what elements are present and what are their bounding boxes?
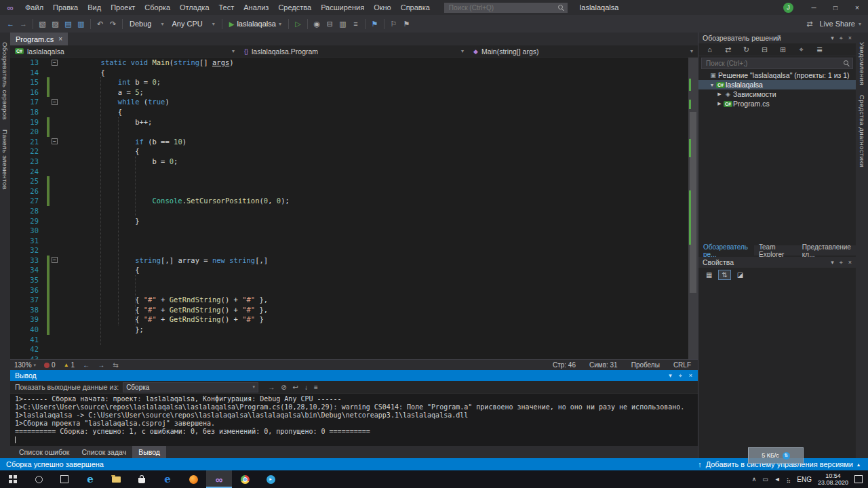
autoscroll-icon[interactable]: ↓ [304,384,308,391]
code-line-22[interactable]: 22 { [10,146,688,157]
quick-search-input[interactable] [448,3,558,12]
build-icon[interactable]: ⊟ [323,20,336,28]
chevron-collapsed-icon[interactable]: ▶ [716,92,723,97]
prev-bookmark-icon[interactable]: ⚐ [387,20,400,28]
editor-scrollbar[interactable] [688,58,698,359]
line-number[interactable]: 31 [10,236,47,246]
code-line-28[interactable]: 28 [10,206,688,216]
line-number[interactable]: 16 [10,87,47,98]
breadcrumb-segment-2[interactable]: ◆Main(string[] args)▾ [469,45,698,57]
navigate-forward-icon[interactable]: → [94,361,108,369]
code-line-37[interactable]: 37 { "#" + GetRndString() + "#" }, [10,295,688,305]
close-icon[interactable]: × [848,259,852,266]
code-line-30[interactable]: 30 [10,226,688,236]
code-area[interactable]: 13− static void Main(string[] args)14 {1… [10,58,688,359]
code-line-39[interactable]: 39 { "#" + GetRndString() + "#" } [10,314,688,325]
code-line-14[interactable]: 14 { [10,68,688,78]
pin-icon[interactable]: ⌖ [679,372,682,380]
menu-item-7[interactable]: Анализ [239,0,273,15]
fold-column[interactable]: − [50,137,60,147]
columns-icon[interactable]: ▥ [336,20,349,28]
menu-item-9[interactable]: Расширения [316,0,369,15]
fold-marker-icon[interactable]: − [52,257,58,263]
code-line-15[interactable]: 15 int b = 0; [10,77,688,87]
taskbar-icon-firefox[interactable] [180,470,206,488]
collapse-all-icon[interactable]: ⊟ [758,45,771,54]
code-line-43[interactable]: 43 [10,354,688,359]
code-line-16[interactable]: 16 a = 5; [10,87,688,98]
code-line-20[interactable]: 20 [10,127,688,137]
fold-marker-icon[interactable]: − [52,138,58,144]
code-line-18[interactable]: 18 { [10,107,688,117]
code-line-32[interactable]: 32 [10,245,688,256]
column-indicator[interactable]: Симв: 31 [583,361,625,369]
code-line-13[interactable]: 13− static void Main(string[] args) [10,58,688,68]
line-number[interactable]: 32 [10,245,47,256]
new-project-icon[interactable]: ▧ [36,20,49,28]
properties-header[interactable]: Свойства ▾⌖× [698,257,856,268]
line-number[interactable]: 23 [10,157,47,167]
save-all-icon[interactable]: ▥ [75,20,87,28]
window-menu-icon[interactable]: ▾ [831,259,834,266]
solution-explorer-header[interactable]: Обозреватель решений ▾⌖× [698,33,856,43]
redo-icon[interactable]: ↷ [106,20,119,28]
chevron-expanded-icon[interactable]: ▼ [709,83,715,87]
line-number[interactable]: 36 [10,285,47,296]
options-icon[interactable]: ≡ [314,384,318,391]
line-number[interactable]: 25 [10,176,47,186]
tab-program-cs[interactable]: Program.cs × [10,33,68,45]
line-number[interactable]: 22 [10,146,47,157]
explorer-tab-1[interactable]: Team Explorer [754,245,797,256]
menu-item-3[interactable]: Проект [106,0,140,15]
line-number[interactable]: 20 [10,127,47,137]
right-strip-tab-1[interactable]: Средства диагностики [859,95,866,167]
close-icon[interactable]: × [58,35,62,43]
menu-item-6[interactable]: Тест [214,0,239,15]
start-without-debugging-icon[interactable]: ▷ [292,20,304,28]
volume-icon[interactable]: ◄ [774,476,781,483]
explorer-tab-2[interactable]: Представление кл... [797,245,856,256]
sync-icon[interactable]: ⇄ [722,45,734,54]
property-pages-icon[interactable]: ◪ [734,270,746,279]
menu-item-10[interactable]: Окно [369,0,396,15]
pin-icon[interactable]: ⌖ [840,35,843,42]
taskbar-icon-visual-studio[interactable] [206,470,232,488]
minimize-button[interactable]: ─ [803,0,825,15]
line-number[interactable]: 40 [10,325,47,335]
line-number[interactable]: 17 [10,97,47,107]
alphabetical-icon[interactable]: ⇅ [718,270,730,280]
line-number[interactable]: 43 [10,354,47,359]
line-number[interactable]: 18 [10,107,47,117]
line-number[interactable]: 35 [10,275,47,285]
line-number[interactable]: 21 [10,137,47,147]
breakpoints-icon[interactable]: ◉ [311,20,323,28]
quick-search-box[interactable] [444,3,568,13]
bottom-tab-0[interactable]: Список ошибок [13,446,75,458]
network-icon[interactable]: ⣦ [787,476,791,483]
filter-icon[interactable]: ≣ [813,45,826,54]
taskbar-icon-store[interactable] [129,470,155,488]
line-number[interactable]: 24 [10,167,47,177]
pin-icon[interactable]: ⌖ [840,259,843,266]
word-wrap-icon[interactable]: ↩ [293,384,298,391]
code-line-35[interactable]: 35 [10,275,688,285]
line-number[interactable]: 38 [10,305,47,315]
user-avatar[interactable]: J [783,3,793,13]
tree-item-3[interactable]: ▶C#Program.cs [698,99,856,108]
line-number[interactable]: 41 [10,335,47,345]
live-share-button[interactable]: ⇄ Live Share ▾ [803,20,861,28]
bookmark-icon[interactable]: ⚑ [368,20,381,28]
show-all-files-icon[interactable]: ⊞ [776,45,789,54]
taskbar-icon-edge[interactable] [77,470,103,488]
categorized-icon[interactable]: ▦ [703,270,715,279]
fold-marker-icon[interactable]: − [52,99,58,105]
start-debugging-button[interactable]: ▶ laslalaqalsa ▾ [225,20,285,28]
explorer-tab-0[interactable]: Обозреватель ре... [698,245,754,256]
line-number[interactable]: 39 [10,314,47,325]
forward-icon[interactable]: → [17,20,30,28]
menu-item-0[interactable]: Файл [20,0,48,15]
code-line-19[interactable]: 19 b++; [10,117,688,127]
left-strip-tab-1[interactable]: Панель элементов [1,129,9,190]
goto-message-icon[interactable]: → [268,384,275,391]
close-icon[interactable]: × [689,372,692,380]
